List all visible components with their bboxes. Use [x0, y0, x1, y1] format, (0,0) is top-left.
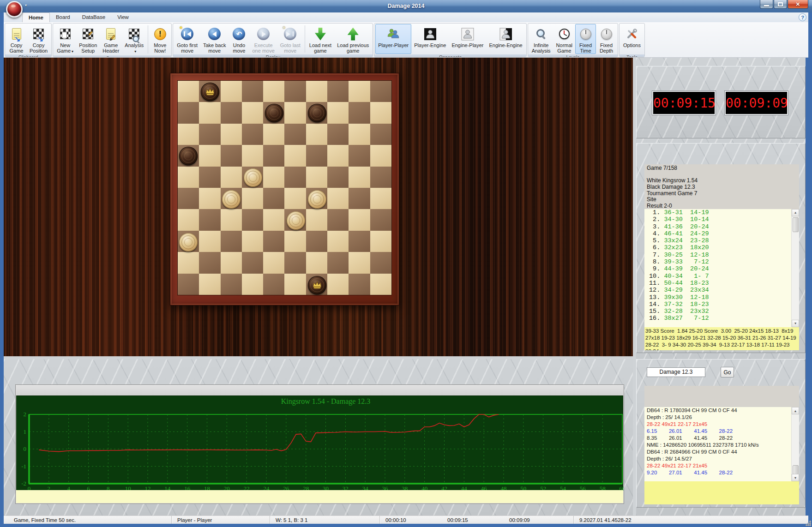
board-square[interactable] — [284, 102, 306, 123]
board-square[interactable] — [306, 209, 327, 230]
board-square[interactable] — [263, 145, 284, 166]
board-square[interactable] — [242, 102, 263, 123]
move-row[interactable]: 13. 39x30 12-18 — [644, 294, 799, 301]
white-move[interactable]: 34-30 — [664, 216, 683, 223]
board-square[interactable] — [242, 231, 263, 252]
tab-board[interactable]: Board — [50, 12, 76, 22]
tab-home[interactable]: Home — [22, 12, 50, 22]
board-square[interactable] — [199, 231, 220, 252]
board-square[interactable] — [178, 81, 199, 102]
board-square[interactable] — [178, 167, 199, 188]
position-setup-button[interactable]: PositionSetup — [76, 24, 100, 55]
copy-position-button[interactable]: ↘CopyPosition — [27, 24, 50, 54]
quick-access-dropdown-icon[interactable]: ▾ — [25, 3, 27, 7]
move-row[interactable]: 15. 32-28 23x32 — [644, 308, 799, 315]
title-bar[interactable]: Damage 2014 × — [0, 0, 812, 12]
moves-scrollbar-thumb[interactable] — [793, 217, 799, 232]
white-move[interactable]: 46-41 — [664, 230, 683, 237]
black-move[interactable]: 10-14 — [683, 216, 709, 223]
board-square[interactable] — [306, 81, 327, 102]
board-square[interactable] — [221, 209, 242, 230]
white-move[interactable]: 39x30 — [664, 294, 683, 301]
board-square[interactable] — [199, 274, 220, 295]
move-row[interactable]: 16. 38x27 7-12 — [644, 315, 799, 322]
board-square[interactable] — [199, 209, 220, 230]
goto-first-move-button[interactable]: *Goto firstmove — [174, 24, 200, 54]
tab-database[interactable]: DataBase — [76, 12, 112, 22]
black-move[interactable]: 18x20 — [683, 244, 709, 251]
board-square[interactable] — [199, 124, 220, 145]
board-square[interactable] — [178, 102, 199, 123]
options-button[interactable]: Options — [620, 24, 644, 54]
scroll-up-icon[interactable]: ▲ — [792, 209, 799, 216]
take-back-move-button[interactable]: Take backmove — [200, 24, 229, 54]
black-king[interactable] — [201, 83, 219, 101]
normal-game-button[interactable]: NormalGame — [553, 24, 575, 54]
undo-move-button[interactable]: ↶Undomove — [229, 24, 249, 54]
move-row[interactable]: 2. 34-30 10-14 — [644, 216, 799, 223]
board-square[interactable] — [327, 124, 349, 145]
new-game-button[interactable]: NewGame▾ — [54, 24, 76, 55]
board-square[interactable] — [306, 231, 327, 252]
move-row[interactable]: 14. 37-32 18-23 — [644, 301, 799, 308]
board-square[interactable] — [221, 145, 242, 166]
board-square[interactable] — [370, 102, 391, 123]
board-square[interactable] — [370, 81, 391, 102]
board-square[interactable] — [370, 252, 391, 273]
board-square[interactable] — [349, 81, 370, 102]
black-move[interactable]: 7-12 — [683, 258, 709, 265]
move-row[interactable]: 11. 50-44 18-23 — [644, 280, 799, 287]
board-square[interactable] — [349, 167, 370, 188]
board-square[interactable] — [349, 145, 370, 166]
board-square[interactable] — [370, 231, 391, 252]
board-square[interactable] — [263, 231, 284, 252]
board-square[interactable] — [370, 167, 391, 188]
move-row[interactable]: 8. 39-33 7-12 — [644, 258, 799, 265]
board-square[interactable] — [284, 124, 306, 145]
board-square[interactable] — [327, 231, 349, 252]
board-square[interactable] — [263, 124, 284, 145]
black-move[interactable]: 18-23 — [683, 280, 709, 287]
load-previous-game-button[interactable]: Load previousgame — [334, 24, 372, 54]
board-square[interactable] — [263, 209, 284, 230]
engine-engine-button[interactable]: Engine-Engine — [486, 24, 525, 54]
board-square[interactable] — [349, 252, 370, 273]
engine-scrollbar[interactable]: ▲ ▼ — [791, 407, 799, 481]
white-move[interactable]: 33x24 — [664, 237, 683, 244]
black-move[interactable]: 12-18 — [683, 252, 709, 258]
white-move[interactable]: 32-28 — [664, 308, 683, 315]
scroll-down-icon[interactable]: ▼ — [792, 474, 799, 481]
white-move[interactable]: 34-29 — [664, 287, 683, 293]
board-square[interactable] — [284, 231, 306, 252]
white-move[interactable]: 41-36 — [664, 223, 683, 230]
white-move[interactable]: 40-34 — [664, 273, 683, 280]
board-square[interactable] — [242, 81, 263, 102]
move-row[interactable]: 4. 46-41 24-29 — [644, 230, 799, 237]
board-square[interactable] — [263, 252, 284, 273]
board-square[interactable] — [370, 124, 391, 145]
minimize-button[interactable] — [760, 0, 773, 9]
move-row[interactable]: 9. 44-39 20-24 — [644, 265, 799, 272]
goto-last-move-button[interactable]: *Goto lastmove — [277, 24, 303, 54]
move-row[interactable]: 6. 32x23 18x20 — [644, 244, 799, 251]
maximize-button[interactable] — [774, 0, 787, 9]
copy-game-button[interactable]: ↘CopyGame — [6, 24, 27, 54]
move-now-button[interactable]: !MoveNow! — [150, 24, 170, 55]
black-king[interactable] — [308, 276, 326, 294]
board-square[interactable] — [306, 145, 327, 166]
engine-player-button[interactable]: Engine-Player — [449, 24, 486, 54]
board-square[interactable] — [221, 124, 242, 145]
board-square[interactable] — [370, 274, 391, 295]
white-man[interactable] — [244, 168, 262, 187]
player-player-button[interactable]: Player-Player — [375, 24, 411, 54]
move-row[interactable]: 10. 40-34 1- 7 — [644, 273, 799, 280]
close-button[interactable]: × — [788, 0, 808, 9]
analysis-button[interactable]: Analysis ▾ — [122, 24, 146, 55]
board-square[interactable] — [242, 209, 263, 230]
white-man[interactable] — [179, 233, 198, 252]
scroll-down-icon[interactable]: ▼ — [792, 320, 799, 327]
board-square[interactable] — [284, 188, 306, 209]
engine-scrollbar-thumb[interactable] — [793, 465, 799, 474]
move-row[interactable]: 5. 33x24 23-28 — [644, 237, 799, 244]
board-square[interactable] — [327, 188, 349, 209]
